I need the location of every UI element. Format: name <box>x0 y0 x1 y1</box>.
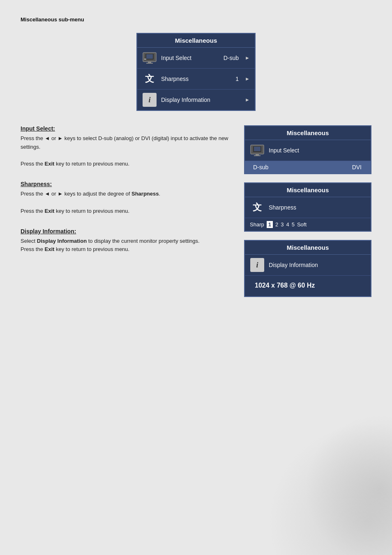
display-info-icon: i <box>142 92 157 107</box>
sharpness-val-3: 3 <box>281 221 284 228</box>
info-icon-box-sub: i <box>250 258 264 272</box>
sharpness-values: Sharp 1 2 3 4 5 Soft <box>250 221 307 228</box>
submenu-input-icon <box>250 143 265 158</box>
svg-rect-10 <box>254 147 261 151</box>
submenu-input-select: Miscellaneous Input Select D-sub DVI <box>244 125 371 174</box>
input-select-label: Input Select <box>161 55 219 61</box>
main-menu-wrapper: Miscellaneous ▪▪ Input Select D-sub ► 文 <box>21 33 371 111</box>
submenu-info-icon: i <box>250 258 265 272</box>
display-info-label: Display Information <box>161 97 241 103</box>
sharpness-bold: Sharpness <box>131 191 159 197</box>
submenu-input-select-header-row: Input Select <box>245 140 371 161</box>
svg-rect-8 <box>256 154 259 155</box>
display-info-arrow: ► <box>245 97 250 103</box>
section-sharpness: Sharpness: Press the ◄ or ► keys to adju… <box>21 181 232 215</box>
page-title: Miscellaneous sub-menu <box>21 16 371 23</box>
sharpness-icon: 文 <box>142 71 157 86</box>
submenu-sharpness-label: Sharpness <box>269 204 366 211</box>
section-display-info: Display Information: Select Display Info… <box>21 228 232 254</box>
sharpness-val-5: 5 <box>292 221 295 228</box>
main-osd-menu: Miscellaneous ▪▪ Input Select D-sub ► 文 <box>136 33 256 111</box>
sharpness-label: Sharpness <box>161 76 231 82</box>
submenu-display-info: Miscellaneous i Display Information 1024… <box>244 240 371 297</box>
sharpness-val-2: 2 <box>275 221 278 228</box>
sharpness-arrow: ► <box>245 76 250 82</box>
menu-row-sharpness: 文 Sharpness 1 ► <box>137 69 255 90</box>
sharpness-desc: Press the ◄ or ► keys to adjust the degr… <box>21 190 232 215</box>
exit-key-1: Exit <box>45 161 55 167</box>
content-area: Input Select: Press the ◄ or ► keys to s… <box>21 125 371 297</box>
main-menu-title: Miscellaneous <box>137 34 255 48</box>
sharpness-value: 1 <box>235 76 239 82</box>
submenu-display-info-header-row: i Display Information <box>245 255 371 276</box>
dvi-option: DVI <box>352 164 362 170</box>
svg-rect-4 <box>146 54 153 59</box>
input-select-value: D-sub <box>224 55 239 61</box>
submenu-display-info-label: Display Information <box>269 262 366 268</box>
right-column: Miscellaneous Input Select D-sub DVI <box>244 125 371 297</box>
menu-row-display-info: i Display Information ► <box>137 90 255 110</box>
section-input-select: Input Select: Press the ◄ or ► keys to s… <box>21 125 232 168</box>
input-select-arrow: ► <box>245 55 250 61</box>
submenu-dsub-row: D-sub DVI <box>245 161 371 173</box>
dsub-option: D-sub <box>250 164 268 170</box>
display-info-heading: Display Information: <box>21 228 232 235</box>
submenu-display-info-title: Miscellaneous <box>245 241 371 255</box>
sharp-label: Sharp <box>250 221 264 228</box>
submenu-sharpness-icon: 文 <box>250 200 265 215</box>
sharpness-val-1: 1 <box>267 221 273 228</box>
left-column: Input Select: Press the ◄ or ► keys to s… <box>21 125 232 297</box>
input-select-desc: Press the ◄ or ► keys to select D-sub (a… <box>21 134 232 168</box>
exit-key-2: Exit <box>45 208 55 214</box>
exit-key-3: Exit <box>45 246 55 252</box>
display-info-desc: Select Display Information to display th… <box>21 237 232 254</box>
svg-text:▪▪: ▪▪ <box>144 58 146 60</box>
resolution-text: 1024 x 768 @ 60 Hz <box>250 279 320 293</box>
submenu-sharpness-values-row: Sharp 1 2 3 4 5 Soft <box>245 218 371 231</box>
submenu-input-select-label: Input Select <box>269 147 366 154</box>
submenu-sharpness: Miscellaneous 文 Sharpness Sharp 1 2 3 4 … <box>244 182 371 232</box>
soft-label: Soft <box>297 221 307 228</box>
input-select-heading: Input Select: <box>21 125 232 132</box>
svg-rect-2 <box>148 62 151 63</box>
submenu-sharpness-header-row: 文 Sharpness <box>245 197 371 218</box>
display-info-bold: Display Information <box>37 238 87 244</box>
submenu-input-select-title: Miscellaneous <box>245 126 371 140</box>
input-select-icon: ▪▪ <box>142 51 157 65</box>
submenu-sharpness-title: Miscellaneous <box>245 183 371 197</box>
svg-rect-3 <box>146 63 153 64</box>
svg-rect-9 <box>254 155 261 156</box>
submenu-resolution-row: 1024 x 768 @ 60 Hz <box>245 276 371 296</box>
menu-row-input-select: ▪▪ Input Select D-sub ► <box>137 48 255 69</box>
sharpness-val-4: 4 <box>286 221 289 228</box>
info-icon-box: i <box>143 93 157 107</box>
sharpness-heading: Sharpness: <box>21 181 232 187</box>
